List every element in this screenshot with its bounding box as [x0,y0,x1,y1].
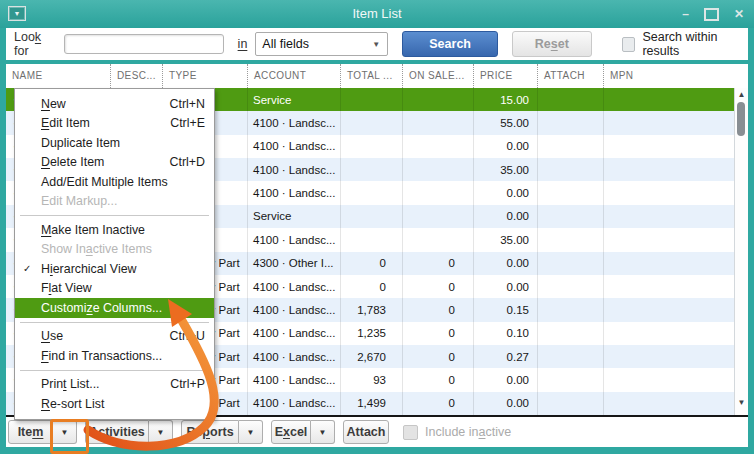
column-header-mpn[interactable]: MPN [603,64,735,88]
annotation-highlight-box [50,419,89,454]
cell: 15.00 [473,88,537,111]
cell: 0.00 [473,392,537,415]
column-header-name[interactable]: NAME [6,64,110,88]
cell: 35.00 [473,158,537,181]
vertical-scrollbar[interactable]: ▲ ▼ [734,88,748,415]
cell [537,345,603,368]
cell: 4100 · Landsc... [247,111,340,134]
menu-shortcut: Ctrl+D [160,155,205,169]
scrollbar-thumb[interactable] [737,102,745,136]
reset-button[interactable]: Reset [512,31,591,57]
cell: Service [247,88,340,111]
menu-shortcut: Ctrl+P [160,377,205,391]
excel-dropdown-arrow[interactable]: ▼ [311,420,335,444]
menu-item-print-list[interactable]: Print List...Ctrl+P [15,375,214,395]
menu-item-use[interactable]: UseCtrl+U [15,327,214,347]
minimize-button[interactable]: – [682,8,689,20]
menu-item-label: Edit Markup... [41,194,117,208]
cell: 4100 · Landsc... [247,345,340,368]
cell [340,135,402,158]
cell [537,228,603,251]
menu-item-customize-columns[interactable]: Customize Columns... [15,298,214,318]
cell [340,228,402,251]
column-header-total[interactable]: TOTAL ... [340,64,402,88]
cell [603,322,735,345]
activities-dropdown-arrow[interactable]: ▼ [149,420,173,444]
attach-button[interactable]: Attach [343,420,389,444]
cell: 4100 · Landsc... [247,298,340,321]
menu-item-delete-item[interactable]: Delete ItemCtrl+D [15,153,214,173]
column-header-type[interactable]: TYPE [162,64,247,88]
menu-item-label: Find in Transactions... [41,349,162,363]
menu-item-duplicate-item[interactable]: Duplicate Item [15,133,214,153]
menu-item-edit-item[interactable]: Edit ItemCtrl+E [15,114,214,134]
maximize-button[interactable] [704,8,719,21]
column-header-desc[interactable]: DESC... [110,64,162,88]
menu-separator [20,370,209,371]
cell: 0 [402,368,473,391]
search-within-results-checkbox[interactable] [622,37,636,52]
search-button[interactable]: Search [402,31,498,57]
cell [537,368,603,391]
cell: 1,235 [340,322,402,345]
cell: 0.15 [473,298,537,321]
cell: 0.00 [473,252,537,275]
column-header-attach[interactable]: ATTACH [537,64,603,88]
title-bar: ▼ Item List – ✕ [0,0,754,28]
scroll-down-icon[interactable]: ▼ [735,398,748,407]
menu-item-label: Delete Item [41,155,104,169]
menu-item-edit-markup[interactable]: Edit Markup... [15,192,214,212]
menu-item-show-inactive-items[interactable]: Show Inactive Items [15,240,214,260]
menu-item-make-item-inactive[interactable]: Make Item Inactive [15,220,214,240]
menu-item-label: Flat View [41,281,92,295]
cell [537,322,603,345]
cell [537,252,603,275]
cell [402,88,473,111]
cell [603,298,735,321]
menu-item-label: Print List... [41,377,100,391]
column-header-on-sale[interactable]: ON SALE... [402,64,473,88]
cell: 4300 · Other I... [247,252,340,275]
menu-item-re-sort-list[interactable]: Re-sort List [15,394,214,414]
menu-item-new[interactable]: NewCtrl+N [15,94,214,114]
cell [537,181,603,204]
item-menu-popup: NewCtrl+NEdit ItemCtrl+EDuplicate ItemDe… [14,88,215,420]
cell [402,181,473,204]
item-button[interactable]: Item [8,420,53,444]
button-label: Excel [275,425,308,439]
button-label: Activities [89,425,145,439]
menu-item-label: New [41,97,66,111]
cell [603,111,735,134]
cell: 0 [340,252,402,275]
close-button[interactable]: ✕ [734,8,744,20]
window-title: Item List [0,0,754,28]
cell: 0.00 [473,135,537,158]
activities-button[interactable]: Activities [85,420,149,444]
cell: 4100 · Landsc... [247,181,340,204]
cell [402,111,473,134]
include-inactive-checkbox[interactable] [403,425,418,440]
cell: 35.00 [473,228,537,251]
cell [537,298,603,321]
search-within-results-label: Search within results [642,30,748,58]
cell: 4100 · Landsc... [247,228,340,251]
search-input[interactable] [64,34,224,54]
scroll-up-icon[interactable]: ▲ [735,90,748,99]
cell: 0 [402,322,473,345]
column-header-price[interactable]: PRICE [473,64,537,88]
cell [603,88,735,111]
reports-button[interactable]: Reports [181,420,239,444]
excel-button[interactable]: Excel [271,420,311,444]
field-select[interactable]: All fields ▼ [255,32,388,56]
cell: 0.27 [473,345,537,368]
menu-item-hierarchical-view[interactable]: ✓Hierarchical View [15,259,214,279]
cell: 4100 · Landsc... [247,158,340,181]
cell: 0 [402,298,473,321]
cell [603,392,735,415]
reports-dropdown-arrow[interactable]: ▼ [239,420,263,444]
menu-item-flat-view[interactable]: Flat View [15,279,214,299]
cell [537,158,603,181]
column-header-account[interactable]: ACCOUNT [247,64,340,88]
menu-item-add-edit-multiple-items[interactable]: Add/Edit Multiple Items [15,172,214,192]
menu-item-find-in-transactions[interactable]: Find in Transactions... [15,346,214,366]
